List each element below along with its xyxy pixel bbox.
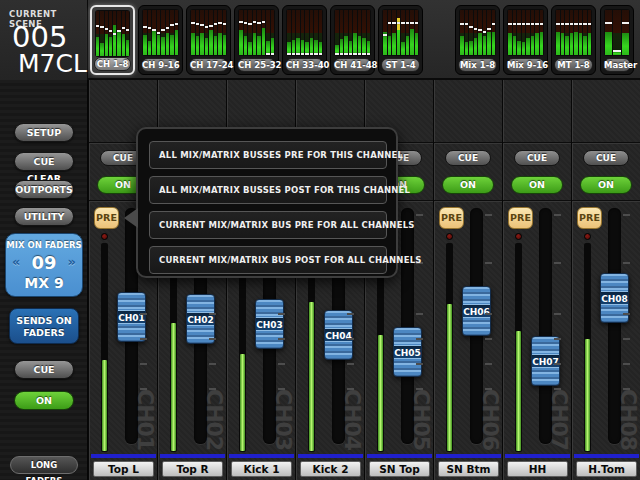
channel-pre-button[interactable]: PRE: [439, 207, 464, 229]
meter-bar: [349, 10, 353, 55]
master-cue-button[interactable]: CUE: [14, 360, 74, 379]
meter-block-tab[interactable]: MT 1-8: [554, 58, 593, 72]
fader-knob[interactable]: CH07: [531, 336, 560, 386]
fader-scale-tick: [623, 262, 630, 264]
sends-on-faders-button[interactable]: SENDS ON FADERS: [9, 308, 79, 344]
popup-item-1[interactable]: ALL MIX/MATRIX BUSSES PRE FOR THIS CHANN…: [149, 141, 387, 169]
long-faders-button[interactable]: LONG FADERS: [10, 456, 78, 474]
meter-block-tab[interactable]: CH 41-48: [333, 58, 372, 72]
meter-block[interactable]: Mix 9-16: [503, 5, 548, 75]
meter-bar: [415, 10, 419, 55]
channel-cue-button[interactable]: CUE: [514, 150, 560, 166]
prev-mix-icon[interactable]: «: [12, 254, 20, 269]
channel-on-button[interactable]: ON: [580, 176, 632, 194]
master-on-button[interactable]: ON: [14, 391, 74, 410]
fader-knob-label: CH03: [256, 317, 283, 331]
meter-bar: [397, 10, 401, 55]
meter-bar: [319, 10, 323, 55]
next-mix-icon[interactable]: »: [68, 254, 76, 269]
mix-on-faders-panel[interactable]: MIX ON FADERS « 09 » MX 9: [5, 233, 83, 297]
channel-ghost-label: CH08: [617, 389, 639, 450]
channel-cue-button[interactable]: CUE: [445, 150, 491, 166]
meter-block[interactable]: CH 41-48: [330, 5, 375, 75]
meter-block-tab[interactable]: CH 9-16: [141, 58, 180, 72]
fader-knob[interactable]: CH01: [117, 292, 146, 342]
meter-bar: [460, 10, 464, 55]
channel-pre-button[interactable]: PRE: [577, 207, 602, 229]
meter-bar: [214, 10, 218, 55]
meter-bars: [555, 9, 592, 56]
meter-bar: [410, 10, 414, 55]
meter-block-tab[interactable]: Mix 1-8: [458, 58, 497, 72]
fader-scale-tick: [623, 214, 630, 216]
meter-bars: [459, 9, 496, 56]
meter-block[interactable]: CH 17-24: [186, 5, 231, 75]
channel-name-plate: Top L: [93, 461, 154, 477]
meter-bar: [487, 10, 491, 55]
meter-bar: [126, 11, 129, 56]
fader-knob-label: CH06: [463, 304, 490, 318]
meter-bar: [383, 10, 387, 55]
meter-block-tab[interactable]: ST 1-4: [381, 58, 420, 72]
channel-cue-button[interactable]: CUE: [583, 150, 629, 166]
meter-block-tab[interactable]: Master: [603, 58, 631, 72]
meter-block[interactable]: CH 9-16: [138, 5, 183, 75]
meter-bar: [492, 10, 496, 55]
popup-item-4[interactable]: CURRENT MIX/MATRIX BUS POST FOR ALL CHAN…: [149, 246, 387, 274]
fader-knob[interactable]: CH02: [186, 294, 215, 344]
fader-knob[interactable]: CH04: [324, 310, 353, 360]
meter-block[interactable]: CH 1-8: [90, 5, 135, 75]
channel-pre-button[interactable]: PRE: [508, 207, 533, 229]
fader-knob[interactable]: CH03: [255, 299, 284, 349]
channel-ghost-label: CH07: [548, 389, 570, 450]
channel-color-bar: [229, 454, 294, 458]
meter-bar: [196, 10, 200, 55]
channel-strip-ch06: CUE ON PRE CH06 CH06 SN Btm: [433, 80, 502, 480]
fader-knob[interactable]: CH08: [600, 273, 629, 323]
channel-on-button[interactable]: ON: [442, 176, 494, 194]
meter-block[interactable]: ST 1-4: [378, 5, 423, 75]
meter-bar: [344, 10, 348, 55]
sends-on-faders-line1: SENDS ON: [10, 315, 78, 327]
meter-block-tab[interactable]: CH 33-40: [285, 58, 324, 72]
popup-item-3[interactable]: CURRENT MIX/MATRIX BUS PRE FOR ALL CHANN…: [149, 211, 387, 239]
meter-bar: [583, 10, 587, 55]
meter-block[interactable]: CH 33-40: [282, 5, 327, 75]
sidebar-button-outports[interactable]: OUTPORTS: [14, 180, 74, 199]
meter-block[interactable]: Master: [600, 5, 634, 75]
fader-scale-tick: [416, 388, 423, 390]
meter-block[interactable]: MT 1-8: [551, 5, 596, 75]
popup-arrow-icon: [124, 208, 138, 228]
sends-on-faders-line2: FADERS: [10, 327, 78, 339]
meter-bar: [248, 10, 252, 55]
peak-indicator-icon: [446, 233, 453, 240]
sidebar-button-utility[interactable]: UTILITY: [14, 207, 74, 226]
meter-bar: [122, 11, 125, 56]
fader-knob[interactable]: CH06: [462, 286, 491, 336]
meter-block-tab[interactable]: Mix 9-16: [506, 58, 545, 72]
fader-scale-tick: [209, 338, 216, 340]
meter-bars: [507, 9, 544, 56]
meter-block[interactable]: Mix 1-8: [455, 5, 500, 75]
meter-bar: [301, 10, 305, 55]
meter-bar: [579, 10, 583, 55]
channel-on-button[interactable]: ON: [511, 176, 563, 194]
sidebar-button-setup[interactable]: SETUP: [14, 123, 74, 142]
fader-scale-tick: [623, 388, 630, 390]
channel-name-plate: Top R: [162, 461, 223, 477]
sidebar-button-cue-clear[interactable]: CUE CLEAR: [14, 152, 74, 171]
fader-scale-tick: [554, 338, 561, 340]
channel-ghost-label: CH03: [272, 389, 294, 450]
meter-block-tab[interactable]: CH 17-24: [189, 58, 228, 72]
meter-bars: [142, 9, 179, 56]
mix-on-faders-title: MIX ON FADERS: [6, 240, 82, 250]
fader-scale-tick: [623, 313, 630, 315]
fader-knob[interactable]: CH05: [393, 327, 422, 377]
meter-block[interactable]: CH 25-32: [234, 5, 279, 75]
meter-block-tab[interactable]: CH 25-32: [237, 58, 276, 72]
meter-bar: [271, 10, 275, 55]
channel-pre-button[interactable]: PRE: [94, 207, 119, 229]
meter-block-tab[interactable]: CH 1-8: [94, 57, 131, 71]
popup-item-2[interactable]: ALL MIX/MATRIX BUSSES POST FOR THIS CHAN…: [149, 176, 387, 204]
peak-indicator-icon: [584, 233, 591, 240]
